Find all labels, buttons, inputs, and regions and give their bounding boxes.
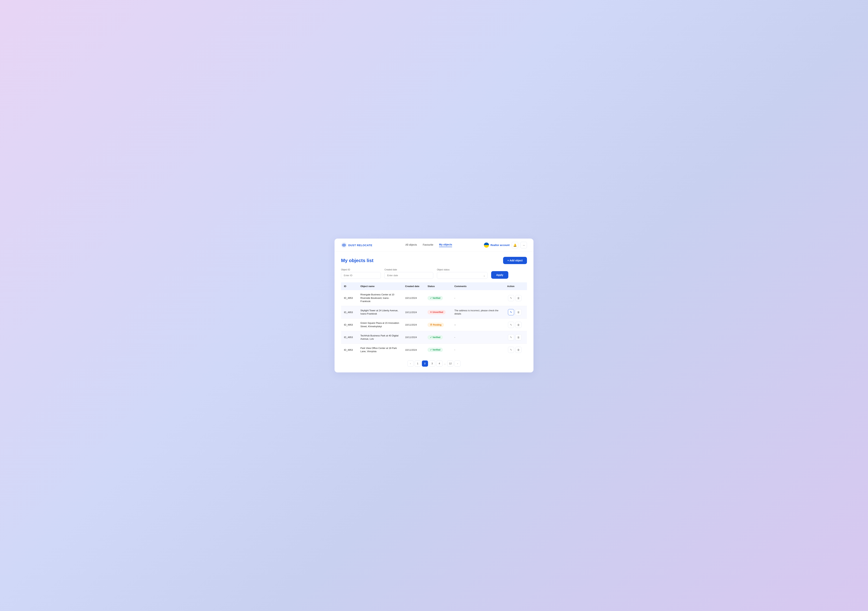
edit-button[interactable]: ✎ — [508, 347, 514, 353]
cell-action: ✎ 🗑 — [504, 290, 527, 306]
table-row: ID_4953 Skylight Tower at 24 Liberty Ave… — [341, 306, 527, 318]
logout-button[interactable]: → — [521, 242, 527, 248]
next-page-button[interactable]: › — [454, 360, 460, 367]
status-badge: ✓ Verified — [428, 296, 443, 300]
pagination: ‹ 1 2 3 4 ... 12 › — [341, 360, 527, 367]
status-badge: ✕ Unverified — [428, 310, 446, 314]
logo: DUST RELOCATE — [341, 242, 374, 248]
notifications-button[interactable]: 🔔 — [512, 242, 518, 248]
apply-button[interactable]: Apply — [491, 271, 508, 279]
cell-status: ✓ Verified — [425, 344, 451, 356]
add-object-button[interactable]: + Add object — [503, 257, 527, 264]
cell-name: Green Square Plaza at 15 Innovation Stre… — [358, 318, 402, 331]
cell-status: ✓ Verified — [425, 331, 451, 343]
nav-all-objects[interactable]: All objects — [405, 243, 417, 247]
realtor-account[interactable]: Realtor account — [484, 243, 510, 248]
table-row: ID_4953 Park View Office Center at 18 Pa… — [341, 344, 527, 356]
page-12-button[interactable]: 12 — [447, 360, 453, 367]
col-object-name: Object name — [358, 282, 402, 290]
cell-comments: - — [451, 331, 504, 343]
cell-status: ✓ Verified — [425, 290, 451, 306]
col-comments: Comments — [451, 282, 504, 290]
cell-id: ID_4953 — [341, 318, 358, 331]
object-id-label: Object ID — [341, 268, 381, 271]
cell-id: ID_4953 — [341, 290, 358, 306]
filters-row: Object ID Created date Object status Ver… — [341, 268, 527, 279]
cell-comments: – — [451, 318, 504, 331]
edit-button[interactable]: ✎ — [508, 334, 514, 340]
created-date-input[interactable] — [384, 272, 433, 279]
cell-comments: - — [451, 344, 504, 356]
created-date-label: Created date — [384, 268, 433, 271]
content: My objects list + Add object Object ID C… — [335, 252, 533, 372]
cell-status: ✕ Unverified — [425, 306, 451, 318]
main-nav: All objects Favourite My objects — [374, 243, 484, 247]
cell-action: ✎ 🗑 — [504, 331, 527, 343]
table-row: ID_4953 Green Square Plaza at 15 Innovat… — [341, 318, 527, 331]
page-4-button[interactable]: 4 — [436, 360, 442, 367]
ukraine-flag — [484, 243, 489, 248]
header: DUST RELOCATE All objects Favourite My o… — [335, 239, 533, 252]
status-badge: ✓ Verified — [428, 347, 443, 352]
cell-id: ID_4953 — [341, 331, 358, 343]
object-status-select[interactable]: Verified Unverified Pending — [437, 272, 488, 279]
svg-point-3 — [344, 245, 344, 245]
cell-id: ID_4953 — [341, 306, 358, 318]
status-badge: ✓ Verified — [428, 335, 443, 340]
delete-button[interactable]: 🗑 — [515, 334, 522, 340]
logo-icon — [341, 242, 347, 248]
page-dots: ... — [443, 362, 446, 365]
nav-my-objects[interactable]: My objects — [439, 243, 452, 247]
created-date-filter: Created date — [384, 268, 433, 279]
status-badge: ⏱ Pending — [428, 323, 444, 327]
cell-comments: The address is incorrect, please check t… — [451, 306, 504, 318]
delete-button[interactable]: 🗑 — [515, 322, 522, 328]
cell-action: ✎ 🗑 — [504, 318, 527, 331]
col-created-date: Created date — [402, 282, 425, 290]
cell-date: 10/11/2024 — [402, 318, 425, 331]
cell-name: TechHub Business Park at 40 Digital Aven… — [358, 331, 402, 343]
logout-icon: → — [522, 243, 525, 247]
prev-page-button[interactable]: ‹ — [408, 360, 414, 367]
table-row: ID_4953 Rivergate Business Center at 10 … — [341, 290, 527, 306]
object-status-select-wrap: Verified Unverified Pending ⌄ — [437, 272, 488, 279]
cell-name: Park View Office Center at 18 Park Lane,… — [358, 344, 402, 356]
objects-table: ID Object name Created date Status Comme… — [341, 282, 527, 356]
realtor-account-label: Realtor account — [490, 243, 510, 247]
delete-button[interactable]: 🗑 — [515, 347, 522, 353]
cell-action: ✎ 🗑 — [504, 306, 527, 318]
cell-date: 10/11/2024 — [402, 344, 425, 356]
cell-id: ID_4953 — [341, 344, 358, 356]
page-2-button[interactable]: 2 — [422, 360, 428, 367]
page-title: My objects list — [341, 258, 374, 264]
page-header-row: My objects list + Add object — [341, 257, 527, 264]
table-header-row: ID Object name Created date Status Comme… — [341, 282, 527, 290]
cell-action: ✎ 🗑 — [504, 344, 527, 356]
main-card: DUST RELOCATE All objects Favourite My o… — [335, 239, 533, 372]
header-right: Realtor account 🔔 → — [484, 242, 527, 248]
cell-name: Rivergate Business Center at 10 Riversid… — [358, 290, 402, 306]
object-id-input[interactable] — [341, 272, 381, 279]
bell-icon: 🔔 — [513, 243, 517, 247]
edit-button[interactable]: ✎ — [508, 309, 514, 315]
edit-button[interactable]: ✎ — [508, 322, 514, 328]
delete-button[interactable]: 🗑 — [515, 295, 522, 301]
cell-comments: - — [451, 290, 504, 306]
page-3-button[interactable]: 3 — [429, 360, 435, 367]
nav-favourite[interactable]: Favourite — [423, 243, 433, 247]
cell-status: ⏱ Pending — [425, 318, 451, 331]
col-action: Action — [504, 282, 527, 290]
cell-date: 10/11/2024 — [402, 290, 425, 306]
table-row: ID_4953 TechHub Business Park at 40 Digi… — [341, 331, 527, 343]
edit-button[interactable]: ✎ — [508, 295, 514, 301]
object-status-filter: Object status Verified Unverified Pendin… — [437, 268, 488, 279]
table-wrap: ID Object name Created date Status Comme… — [341, 282, 527, 356]
object-id-filter: Object ID — [341, 268, 381, 279]
page-1-button[interactable]: 1 — [415, 360, 421, 367]
col-status: Status — [425, 282, 451, 290]
cell-name: Skylight Tower at 24 Liberty Avenue, Iva… — [358, 306, 402, 318]
object-status-label: Object status — [437, 268, 488, 271]
delete-button[interactable]: 🗑 — [515, 309, 522, 315]
cell-date: 10/11/2024 — [402, 331, 425, 343]
col-id: ID — [341, 282, 358, 290]
